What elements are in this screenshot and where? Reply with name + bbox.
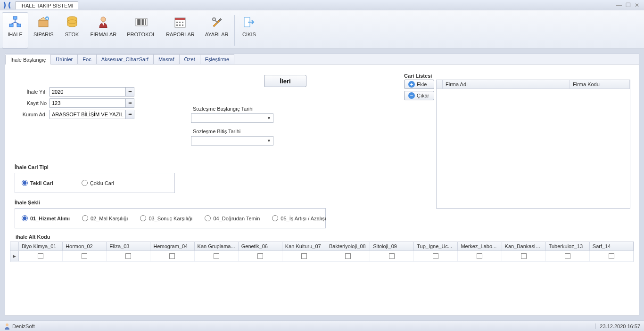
checkbox-eliza[interactable] <box>125 253 131 259</box>
tab-urunler[interactable]: Ürünler <box>50 54 78 64</box>
radio-mal-karsiligi-label: 02_Mal Karşılığı <box>91 216 128 221</box>
col-kan-gruplama[interactable]: Kan Gruplama... <box>195 242 239 250</box>
radio-mal-karsiligi[interactable] <box>82 215 88 221</box>
checkbox-tup-igne[interactable] <box>433 253 438 259</box>
ribbon-ayarlar[interactable]: AYARLAR <box>200 12 234 48</box>
maximize-button[interactable]: ❐ <box>626 2 631 8</box>
radio-hizmet-alimi[interactable] <box>22 215 28 221</box>
radio-hizmet-alimi-label: 01_Hizmet Alımı <box>30 216 70 221</box>
svg-rect-0 <box>13 16 17 19</box>
svg-rect-20 <box>182 22 183 23</box>
ekle-button[interactable]: +Ekle <box>404 80 434 89</box>
checkbox-kan-bankasi[interactable] <box>521 253 527 259</box>
col-eliza[interactable]: Eliza_03 <box>107 242 150 250</box>
close-button[interactable]: ✕ <box>635 2 639 8</box>
kurum-adi-input[interactable] <box>50 110 125 119</box>
ribbon-ihale[interactable]: IHALE <box>2 12 28 48</box>
col-biyokimya[interactable]: Biyo Kimya_01 <box>19 242 63 250</box>
tab-eslestirme[interactable]: Eşleştirme <box>200 54 234 64</box>
ribbon-siparis-label: SIPARIS <box>33 32 54 37</box>
alt-kod-grid[interactable]: Biyo Kimya_01 Hormon_02 Eliza_03 Hemogra… <box>10 242 634 262</box>
ribbon-stok-label: STOK <box>65 32 79 37</box>
ihale-yili-label: İhale Yılı <box>12 89 50 95</box>
cikar-button[interactable]: −Çıkar <box>404 91 434 100</box>
app-icon <box>2 1 12 9</box>
col-bakteriyoloji[interactable]: Bakteriyoloji_08 <box>326 242 370 250</box>
sozlesme-bitis-select[interactable]: ▼ <box>191 136 273 145</box>
radio-dogrudan-temin[interactable] <box>205 215 211 221</box>
svg-rect-22 <box>179 24 181 26</box>
ihale-yili-lookup[interactable]: ••• <box>125 88 134 96</box>
col-genetik[interactable]: Genetik_06 <box>239 242 282 250</box>
radio-is-artisi[interactable] <box>272 215 278 221</box>
chevron-down-icon: ▼ <box>267 116 271 121</box>
radio-tekli-cari[interactable] <box>22 180 28 186</box>
checkbox-biyokimya[interactable] <box>38 253 43 259</box>
ihale-yili-input[interactable] <box>50 88 125 96</box>
ribbon-stok[interactable]: STOK <box>59 12 85 48</box>
radio-dogrudan-temin-label: 04_Doğrudan Temin <box>213 216 260 221</box>
ribbon-raporlar-label: RAPORLAR <box>166 32 195 37</box>
tab-aksesuar[interactable]: Aksesuar_CihazSarf <box>96 54 154 64</box>
cari-listesi-title: Cari Listesi <box>404 73 630 79</box>
ribbon-firmalar[interactable]: FIRMALAR <box>85 12 122 48</box>
checkbox-tuberkuloz[interactable] <box>565 253 570 259</box>
ribbon-raporlar[interactable]: RAPORLAR <box>161 12 200 48</box>
col-merkez-labo[interactable]: Merkez_Labo... <box>458 242 502 250</box>
checkbox-kan-kulturu[interactable] <box>301 253 307 259</box>
svg-rect-23 <box>182 24 183 26</box>
col-sarf[interactable]: Sarf_14 <box>590 242 634 250</box>
alt-kod-row[interactable]: ▶ <box>10 251 634 262</box>
checkbox-kan-gruplama[interactable] <box>214 253 219 259</box>
svg-rect-1 <box>9 24 13 27</box>
kayit-no-lookup[interactable]: ••• <box>125 99 134 107</box>
ribbon-cikis[interactable]: CIKIS <box>236 12 262 48</box>
tab-masraf[interactable]: Masraf <box>153 54 180 64</box>
checkbox-sarf[interactable] <box>609 253 614 259</box>
col-tuberkuloz[interactable]: Tuberkuloz_13 <box>546 242 590 250</box>
minimize-button[interactable]: — <box>616 2 622 8</box>
col-sitoloji[interactable]: Sitoloji_09 <box>370 242 414 250</box>
ribbon-ayarlar-label: AYARLAR <box>205 32 229 37</box>
radio-coklu-cari[interactable] <box>82 180 88 186</box>
radio-sonuc-karsiligi[interactable] <box>140 215 146 221</box>
tab-ihale-baslangic[interactable]: İhale Başlangıç <box>5 55 51 65</box>
kayit-no-label: Kayıt No <box>12 100 50 106</box>
checkbox-hemogram[interactable] <box>169 253 175 259</box>
minus-icon: − <box>408 92 415 99</box>
col-firma-kodu[interactable]: Firma Kodu <box>570 80 630 89</box>
checkbox-genetik[interactable] <box>257 253 263 259</box>
tab-ozet[interactable]: Özet <box>179 54 200 64</box>
window-tab[interactable]: İHALE TAKİP SİSTEMİ <box>15 1 78 9</box>
plus-icon: + <box>408 81 415 88</box>
kurum-adi-lookup[interactable]: ••• <box>125 110 134 119</box>
cari-grid[interactable]: Firma Adı Firma Kodu <box>436 80 630 209</box>
ribbon-toolbar: IHALE SIPARIS STOK FIRMALAR PROTOKOL RAP… <box>0 10 644 49</box>
checkbox-bakteriyoloji[interactable] <box>345 253 351 259</box>
user-icon <box>4 323 10 330</box>
checkbox-hormon[interactable] <box>82 253 87 259</box>
col-hemogram[interactable]: Hemogram_04 <box>150 242 194 250</box>
col-kan-kulturu[interactable]: Kan Kulturu_07 <box>282 242 326 250</box>
checkbox-sitoloji[interactable] <box>389 253 395 259</box>
col-firma-adi[interactable]: Firma Adı <box>443 80 570 89</box>
col-kan-bankasi[interactable]: Kan_Bankasi_12 <box>502 242 546 250</box>
svg-rect-17 <box>175 18 185 20</box>
checkbox-merkez-labo[interactable] <box>477 253 482 259</box>
svg-rect-18 <box>176 22 178 23</box>
ribbon-siparis[interactable]: SIPARIS <box>28 12 59 48</box>
radio-tekli-cari-label: Tekli Cari <box>30 180 53 186</box>
sozlesme-baslangic-select[interactable]: ▼ <box>191 113 273 123</box>
ribbon-protokol-label: PROTOKOL <box>127 32 156 37</box>
kayit-no-input[interactable] <box>50 99 125 107</box>
sozlesme-bitis-label: Sozleşme Bitiş Tarihi <box>193 129 380 134</box>
radio-coklu-cari-label: Çoklu Cari <box>90 180 114 186</box>
ileri-button[interactable]: İleri <box>264 75 306 87</box>
tab-foc[interactable]: Foc <box>77 54 96 64</box>
col-hormon[interactable]: Hormon_02 <box>63 242 107 250</box>
ribbon-protokol[interactable]: PROTOKOL <box>122 12 161 48</box>
col-tup-igne[interactable]: Tup_Igne_Uc... <box>414 242 458 250</box>
ribbon-separator <box>234 15 235 46</box>
status-datetime: 23.12.2020 16:57 <box>595 323 640 329</box>
alt-kod-title: ihale Alt Kodu <box>16 234 634 240</box>
